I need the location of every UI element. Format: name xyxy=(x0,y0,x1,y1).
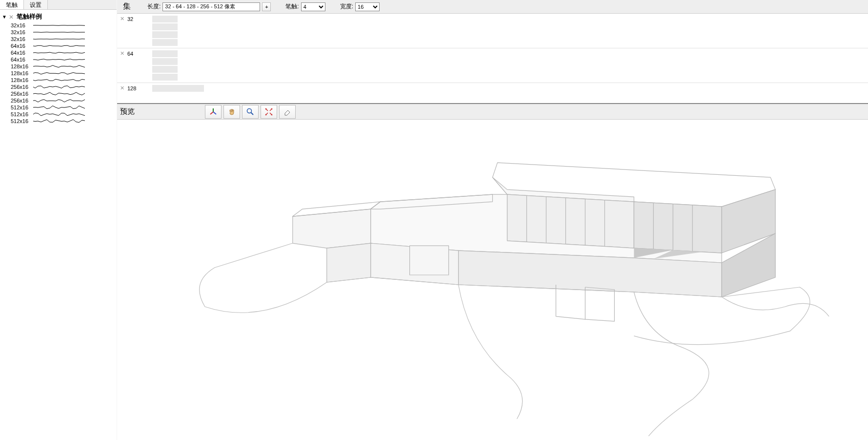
stroke-thumb[interactable] xyxy=(152,16,178,22)
stroke-item-label: 256x16 xyxy=(11,91,32,97)
stroke-item[interactable]: 256x16 xyxy=(11,84,117,90)
stroke-item-label: 128x16 xyxy=(11,77,32,83)
tool-erase[interactable] xyxy=(279,105,296,119)
stroke-item-label: 256x16 xyxy=(11,98,32,104)
stroke-sample-icon xyxy=(32,50,86,55)
stroke-sample-icon xyxy=(32,91,86,96)
stroke-thumb[interactable] xyxy=(152,50,178,57)
svg-point-3 xyxy=(247,108,252,113)
close-icon[interactable]: ✕ xyxy=(120,50,124,57)
stroke-item-label: 64x16 xyxy=(11,50,32,56)
close-icon[interactable]: ✕ xyxy=(9,14,14,21)
collapse-icon[interactable]: ▼ xyxy=(2,14,7,20)
sidebar-tabs: 笔触 设置 xyxy=(0,0,117,10)
stroke-item-label: 32x16 xyxy=(11,29,32,35)
set-row: ✕128 xyxy=(117,83,868,104)
stroke-select[interactable]: 4 xyxy=(301,2,325,11)
preview-title: 预览 xyxy=(120,107,135,116)
add-length-button[interactable]: + xyxy=(262,2,271,11)
stroke-thumb[interactable] xyxy=(152,31,178,38)
tree-header-label: 笔触样例 xyxy=(17,13,42,21)
set-row: ✕64 xyxy=(117,48,868,83)
stroke-item-label: 128x16 xyxy=(11,63,32,69)
width-label: 宽度: xyxy=(340,2,353,11)
stroke-thumb[interactable] xyxy=(152,74,178,81)
stroke-item[interactable]: 64x16 xyxy=(11,42,117,49)
set-title: 集 xyxy=(121,1,133,12)
tab-settings[interactable]: 设置 xyxy=(24,0,48,9)
set-size-label: 128 xyxy=(127,85,136,91)
stroke-item[interactable]: 128x16 xyxy=(11,77,117,84)
stroke-item-label: 512x16 xyxy=(11,118,32,124)
tool-axis[interactable] xyxy=(205,105,222,119)
stroke-label: 笔触: xyxy=(285,2,299,11)
stroke-sample-icon xyxy=(32,119,86,124)
stroke-item[interactable]: 64x16 xyxy=(11,49,117,56)
stroke-item-label: 64x16 xyxy=(11,43,32,49)
stroke-sample-icon xyxy=(32,98,86,103)
stroke-thumb[interactable] xyxy=(152,39,178,46)
svg-line-4 xyxy=(251,112,254,115)
stroke-sample-icon xyxy=(32,112,86,117)
stroke-item-label: 32x16 xyxy=(11,22,32,28)
axis-icon xyxy=(209,107,218,116)
eraser-icon xyxy=(283,107,292,116)
stroke-item[interactable]: 512x16 xyxy=(11,118,117,125)
set-area: ✕32✕64✕128 xyxy=(117,14,868,104)
set-size-label: 32 xyxy=(127,16,133,22)
stroke-sample-icon xyxy=(32,71,86,76)
tab-strokes[interactable]: 笔触 xyxy=(0,0,24,9)
stroke-sample-icon xyxy=(32,30,86,35)
stroke-item[interactable]: 128x16 xyxy=(11,70,117,77)
extents-icon xyxy=(264,107,273,116)
stroke-item[interactable]: 32x16 xyxy=(11,29,117,36)
tool-extents[interactable] xyxy=(261,105,277,119)
preview-render xyxy=(117,120,868,440)
stroke-item[interactable]: 32x16 xyxy=(11,22,117,29)
hand-icon xyxy=(227,107,236,116)
sidebar: 笔触 设置 ▼ ✕ 笔触样例 32x1632x1632x1664x1664x16… xyxy=(0,0,117,440)
stroke-sample-icon xyxy=(32,78,86,83)
stroke-thumb[interactable] xyxy=(152,66,178,73)
stroke-item-label: 64x16 xyxy=(11,57,32,63)
stroke-item-label: 128x16 xyxy=(11,70,32,76)
topbar: 集 长度: + 笔触: 4 宽度: 16 xyxy=(117,0,868,14)
stroke-sample-icon xyxy=(32,37,86,42)
preview-toolbar: 预览 xyxy=(117,104,868,120)
stroke-item[interactable]: 128x16 xyxy=(11,63,117,70)
stroke-thumb[interactable] xyxy=(152,58,178,65)
tree-header[interactable]: ▼ ✕ 笔触样例 xyxy=(0,12,117,22)
close-icon[interactable]: ✕ xyxy=(120,85,124,91)
stroke-item[interactable]: 32x16 xyxy=(11,36,117,42)
stroke-item[interactable]: 256x16 xyxy=(11,97,117,104)
stroke-sample-icon xyxy=(32,105,86,110)
stroke-item-label: 512x16 xyxy=(11,105,32,110)
stroke-thumb[interactable] xyxy=(152,23,178,30)
set-size-label: 64 xyxy=(127,51,133,57)
stroke-item[interactable]: 512x16 xyxy=(11,111,117,118)
set-label[interactable]: ✕32 xyxy=(120,16,149,22)
stroke-item-label: 32x16 xyxy=(11,36,32,42)
svg-line-1 xyxy=(210,112,213,114)
stroke-sample-icon xyxy=(32,23,86,28)
preview-canvas[interactable] xyxy=(117,120,868,440)
width-select[interactable]: 16 xyxy=(355,2,380,11)
stroke-item-label: 512x16 xyxy=(11,111,32,117)
stroke-sample-icon xyxy=(32,57,86,62)
stroke-item[interactable]: 256x16 xyxy=(11,90,117,97)
stroke-item[interactable]: 64x16 xyxy=(11,56,117,63)
set-row: ✕32 xyxy=(117,14,868,48)
main-area: 集 长度: + 笔触: 4 宽度: 16 ✕32✕64✕128 预览 xyxy=(117,0,868,440)
set-label[interactable]: ✕128 xyxy=(120,85,149,91)
set-label[interactable]: ✕64 xyxy=(120,50,149,57)
close-icon[interactable]: ✕ xyxy=(120,16,124,22)
stroke-thumb[interactable] xyxy=(152,85,204,92)
tool-hand[interactable] xyxy=(223,105,240,119)
stroke-sample-icon xyxy=(32,43,86,48)
stroke-sample-icon xyxy=(32,84,86,89)
svg-line-2 xyxy=(213,112,216,114)
stroke-item[interactable]: 512x16 xyxy=(11,104,117,111)
length-input[interactable] xyxy=(162,2,260,11)
svg-rect-21 xyxy=(410,246,449,275)
tool-zoom[interactable] xyxy=(242,105,259,119)
